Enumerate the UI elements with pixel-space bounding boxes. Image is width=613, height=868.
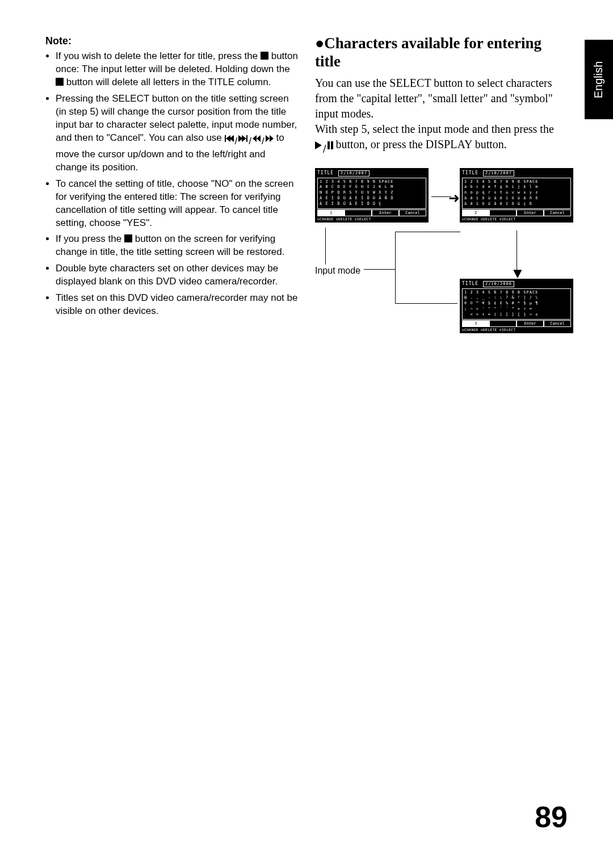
note-heading: Note:: [45, 34, 298, 48]
panel-footer: 1 Enter Cancel: [317, 209, 426, 217]
leader-line: [395, 303, 457, 304]
svg-marker-4: [242, 135, 246, 142]
arrow-right-icon: ➜: [448, 189, 460, 207]
panel-title: TITLE: [462, 281, 478, 286]
blank-cell: [345, 209, 372, 217]
page: English Note: If you wish to delete the …: [0, 0, 613, 868]
panel-title-row: TITLE 2/10/2007: [462, 170, 571, 177]
svg-marker-8: [266, 135, 270, 142]
leader-line: [395, 232, 396, 269]
language-label: English: [593, 61, 606, 98]
body-fragment: With step 5, select the input mode and t…: [315, 123, 554, 135]
note-item: Titles set on this DVD video camera/reco…: [56, 292, 298, 318]
screen-diagram: TITLE 2/10/2007 1 2 3 4 5 6 7 8 9 0 SPAC…: [315, 168, 568, 372]
help-text: ⊙CHANGE ⊙DELETE ⊙SELECT: [317, 217, 426, 221]
svg-rect-12: [331, 141, 333, 149]
svg-rect-11: [328, 141, 330, 149]
cancel-button: Cancel: [399, 209, 426, 217]
char-grid: 1 2 3 4 5 6 7 8 9 0 SPACE a b c d e f g …: [462, 178, 571, 209]
leader-line: [395, 269, 396, 303]
note-item: To cancel the setting of title, choose "…: [56, 178, 298, 230]
left-column: Note: If you wish to delete the letter f…: [45, 34, 298, 372]
bullet-icon: ●: [315, 35, 324, 52]
blank-cell: [489, 209, 517, 217]
body-text: With step 5, select the input mode and t…: [315, 121, 568, 157]
transport-icons: / / /: [225, 135, 274, 148]
panel-title: TITLE: [317, 170, 334, 175]
help-text: ⊙CHANGE ⊙DELETE ⊙SELECT: [462, 328, 571, 332]
leader-line: [325, 228, 326, 265]
panel-date: 2/10/2007: [338, 170, 370, 177]
enter-button: Enter: [517, 320, 544, 328]
svg-marker-6: [253, 135, 257, 142]
panel-footer: 2 Enter Cancel: [462, 209, 571, 217]
note-text: To cancel the setting of title, choose "…: [56, 178, 293, 228]
leader-line: [364, 269, 395, 270]
help-text: ⊙CHANGE ⊙DELETE ⊙SELECT: [462, 217, 571, 221]
right-column: ●Characters available for entering title…: [315, 34, 568, 372]
panel-date: 2/10/2007: [483, 170, 514, 177]
enter-button: Enter: [517, 209, 544, 217]
note-list: If you wish to delete the letter for tit…: [45, 50, 298, 318]
mode-number: 3: [462, 320, 489, 328]
svg-rect-5: [246, 135, 247, 142]
panel-footer: 3 Enter Cancel: [462, 320, 571, 328]
panel-capital: TITLE 2/10/2007 1 2 3 4 5 6 7 8 9 0 SPAC…: [315, 168, 429, 223]
note-item: If you wish to delete the letter for tit…: [56, 50, 298, 89]
content-columns: Note: If you wish to delete the letter f…: [45, 34, 568, 372]
heading-text: Characters available for entering title: [315, 35, 541, 70]
cancel-button: Cancel: [544, 320, 571, 328]
note-text: button will delete all letters in the TI…: [66, 77, 271, 87]
stop-icon: [124, 234, 132, 242]
svg-marker-10: [315, 141, 322, 149]
panel-symbol: TITLE 2/10/2006 1 2 3 4 5 6 7 8 9 0 SPAC…: [460, 279, 573, 333]
language-tab: English: [585, 40, 613, 119]
note-item: Double byte characters set on other devi…: [56, 262, 298, 288]
cancel-button: Cancel: [544, 209, 571, 217]
char-grid: 1 2 3 4 5 6 7 8 9 0 SPACE A B C D E F G …: [317, 178, 426, 209]
body-text: You can use the SELECT button to select …: [315, 76, 568, 121]
arrow-down-icon: ▼: [510, 263, 525, 283]
panel-date: 2/10/2006: [483, 281, 514, 287]
panel-lowercase: TITLE 2/10/2007 1 2 3 4 5 6 7 8 9 0 SPAC…: [460, 168, 573, 223]
svg-marker-7: [257, 135, 261, 142]
note-text: If you press the: [56, 233, 124, 244]
note-text: If you wish to delete the letter for tit…: [56, 51, 261, 61]
mode-number: 1: [317, 209, 345, 217]
note-text: Titles set on this DVD video camera/reco…: [56, 292, 297, 316]
svg-rect-0: [225, 135, 226, 142]
play-pause-icon: /: [315, 141, 333, 157]
enter-button: Enter: [372, 209, 399, 217]
blank-cell: [489, 320, 517, 328]
input-mode-label: Input mode: [315, 265, 360, 277]
char-grid: 1 2 3 4 5 6 7 8 9 0 SPACE @ . , _ - : ; …: [462, 288, 571, 320]
panel-title-row: TITLE 2/10/2007: [317, 170, 426, 177]
svg-marker-9: [270, 135, 274, 142]
section-heading: ●Characters available for entering title: [315, 34, 568, 71]
page-number: 89: [535, 800, 568, 834]
body-fragment: button, or press the DISPLAY button.: [336, 138, 507, 150]
stop-icon: [261, 52, 268, 60]
note-item: If you press the button on the screen fo…: [56, 233, 298, 259]
note-text: Double byte characters set on other devi…: [56, 263, 278, 287]
leader-line: [395, 232, 460, 232]
note-item: Pressing the SELECT button on the title …: [56, 93, 298, 174]
panel-title: TITLE: [462, 170, 478, 175]
stop-icon: [56, 78, 64, 86]
mode-number: 2: [462, 209, 489, 217]
